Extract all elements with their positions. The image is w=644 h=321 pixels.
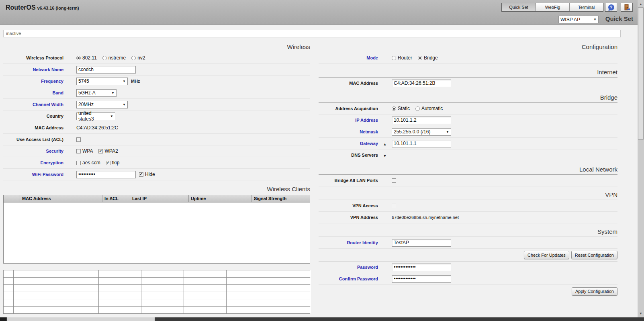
checkbox-option-tkip[interactable]: tkip (106, 160, 120, 166)
network-name-input[interactable] (76, 66, 136, 74)
bridge-all-lan-checkbox[interactable] (392, 178, 396, 183)
field-label: IP Address (319, 118, 378, 123)
channel-width-value: 20MHz (78, 102, 94, 107)
password-input[interactable] (392, 264, 451, 271)
apply-configuration-button[interactable]: Apply Configuration (572, 287, 617, 296)
checkbox-option-wpa[interactable]: WPA (76, 148, 93, 154)
status-text: inactive (6, 31, 21, 36)
field-label: Encryption (3, 160, 63, 165)
grid-cell (141, 292, 184, 299)
field-row-frequency: Frequency 5745 MHz (3, 76, 310, 87)
grid-cell (141, 270, 184, 277)
field-row-mode: Mode Router Bridge (319, 52, 617, 64)
field-row-wireless-protocol: Wireless Protocol 802.11 nstreme nv2 (3, 52, 310, 64)
radio-option-bridge[interactable]: Bridge (418, 55, 438, 61)
router-identity-input[interactable] (392, 239, 451, 247)
option-label: Hide (145, 172, 155, 177)
radio-option-nstreme[interactable]: nstreme (102, 55, 126, 61)
scroll-up-arrow-icon[interactable]: ▲ (638, 1, 644, 7)
field-label: Mode (319, 55, 378, 60)
wireless-column: Wireless Wireless Protocol 802.11 nstrem… (3, 39, 310, 314)
field-row-router-identity: Router Identity (319, 237, 617, 249)
field-label: MAC Address (3, 125, 63, 130)
wireless-clients-table-header: MAC Address In ACL Last IP Uptime Signal… (4, 195, 310, 202)
checkbox-option-hide[interactable]: Hide (139, 172, 155, 177)
checkbox-option-aes-ccm[interactable]: aes ccm (76, 160, 100, 166)
option-label: 802.11 (82, 55, 97, 61)
checkbox-option-wpa2[interactable]: WPA2 (98, 148, 118, 154)
checkbox-icon (76, 161, 81, 165)
reset-configuration-button[interactable]: Reset Configuration (571, 251, 617, 259)
tab-terminal[interactable]: Terminal (569, 3, 603, 11)
column-header (232, 195, 251, 202)
vertical-scrollbar-thumb[interactable] (638, 7, 644, 140)
frequency-unit: MHz (131, 79, 140, 84)
channel-width-dropdown[interactable]: 20MHz (76, 101, 128, 108)
grid-cell (14, 270, 56, 277)
field-row-use-acl: Use Access List (ACL) (3, 134, 310, 145)
grid-cell (141, 278, 184, 284)
section-title-vpn: VPN (319, 186, 617, 200)
field-row-ip-address: IP Address (319, 114, 617, 126)
country-dropdown[interactable]: united states3 (76, 112, 115, 120)
field-label: DNS Servers (319, 153, 378, 157)
internet-mac-input[interactable] (392, 80, 451, 87)
collapse-arrow-icon[interactable] (383, 140, 387, 147)
grid-cell (14, 292, 56, 299)
top-bar: RouterOSv6.43.16 (long-term) Quick Set W… (0, 0, 644, 25)
tab-webfig[interactable]: WebFig (536, 3, 569, 11)
grid-cell (184, 307, 226, 313)
help-button[interactable]: ? (605, 3, 617, 12)
radio-option-static[interactable]: Static (392, 106, 410, 111)
radio-option-router[interactable]: Router (392, 55, 412, 61)
tab-quick-set[interactable]: Quick Set (502, 3, 536, 11)
radio-icon (418, 56, 422, 60)
field-label: Netmask (319, 129, 378, 134)
grid-cell (56, 270, 98, 277)
field-label: Network Name (3, 67, 63, 72)
logout-button[interactable] (621, 3, 633, 12)
grid-cell (56, 285, 98, 292)
confirm-password-input[interactable] (392, 275, 451, 283)
radio-icon (415, 106, 420, 111)
grid-cell (56, 307, 98, 313)
field-label: Router Identity (319, 240, 378, 245)
grid-cell (184, 278, 226, 284)
grid-cell (14, 307, 56, 313)
grid-cell (56, 278, 98, 284)
horizontal-scrollbar-thumb[interactable] (7, 317, 155, 321)
netmask-dropdown[interactable]: 255.255.0.0 (/16) (392, 128, 451, 136)
grid-cell (14, 278, 56, 284)
ip-address-input[interactable] (392, 117, 451, 124)
field-label: Band (3, 90, 63, 95)
wireless-clients-table: MAC Address In ACL Last IP Uptime Signal… (3, 195, 310, 264)
field-label: Bridge All LAN Ports (319, 178, 378, 183)
wifi-password-input[interactable] (76, 171, 136, 178)
option-label: WPA2 (104, 148, 118, 154)
check-for-updates-button[interactable]: Check For Updates (524, 251, 569, 259)
gateway-input[interactable] (392, 140, 451, 147)
frequency-dropdown[interactable]: 5745 (76, 78, 128, 85)
checkbox-icon (106, 161, 110, 165)
vertical-scrollbar[interactable]: ▲ ▼ (638, 0, 644, 317)
field-row-internet-mac: MAC Address (319, 78, 617, 89)
door-exit-icon (623, 4, 630, 11)
grid-cell (227, 285, 269, 292)
field-row-netmask: Netmask 255.255.0.0 (/16) (319, 126, 617, 138)
field-row-password: Password (319, 262, 617, 273)
use-acl-checkbox[interactable] (76, 137, 81, 142)
app-title: RouterOSv6.43.16 (long-term) (6, 4, 79, 11)
grid-cell (4, 278, 13, 284)
expand-arrow-icon[interactable] (383, 151, 387, 159)
field-label: Use Access List (ACL) (3, 137, 63, 142)
vpn-access-checkbox[interactable] (392, 204, 396, 208)
wireless-mac-address-value: C4:AD:34:26:51:2C (76, 125, 118, 131)
band-dropdown[interactable]: 5GHz-A (76, 89, 117, 97)
preset-dropdown[interactable]: WISP AP (558, 16, 599, 23)
radio-option-automatic[interactable]: Automatic (415, 106, 443, 111)
scroll-down-arrow-icon[interactable]: ▼ (638, 310, 644, 317)
radio-option-nv2[interactable]: nv2 (131, 55, 145, 61)
field-label: Confirm Password (319, 276, 378, 281)
radio-option-80211[interactable]: 802.11 (76, 55, 97, 61)
horizontal-scrollbar[interactable] (0, 317, 644, 321)
